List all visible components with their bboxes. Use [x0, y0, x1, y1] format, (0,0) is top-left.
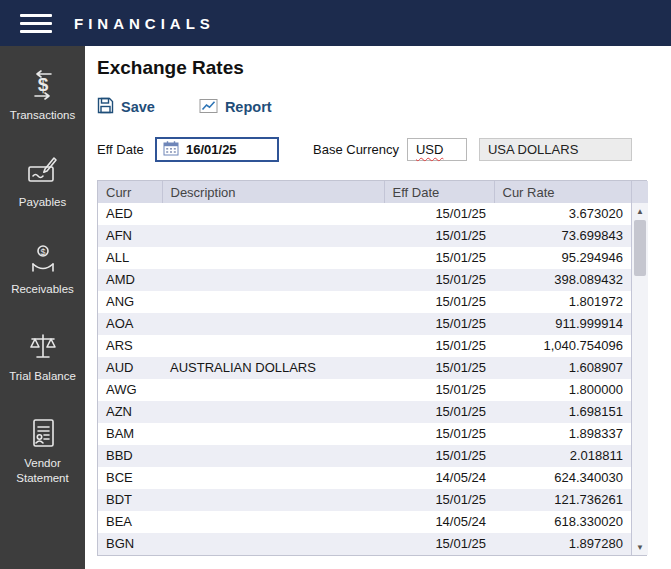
cell-desc — [162, 225, 384, 247]
balance-scale-icon — [26, 327, 60, 365]
cell-desc — [162, 247, 384, 269]
cell-rate: 1,040.754096 — [494, 335, 631, 357]
cell-desc — [162, 445, 384, 467]
table-row[interactable]: AZN15/01/251.698151 — [98, 401, 631, 423]
cell-curr: AED — [98, 203, 162, 225]
column-header-curr[interactable]: Curr — [98, 181, 162, 203]
cell-curr: ARS — [98, 335, 162, 357]
scrollbar-thumb[interactable] — [634, 220, 646, 276]
cell-curr: AOA — [98, 313, 162, 335]
svg-text:$: $ — [40, 247, 45, 257]
table-row[interactable]: BEA14/05/24618.330020 — [98, 511, 631, 533]
cell-rate: 1.800000 — [494, 379, 631, 401]
sidebar-item-label: Transactions — [7, 108, 78, 123]
cell-desc — [162, 335, 384, 357]
cell-curr: BGN — [98, 533, 162, 555]
cell-curr: AUD — [98, 357, 162, 379]
base-currency-input[interactable]: USD — [407, 138, 467, 161]
table-row[interactable]: AWG15/01/251.800000 — [98, 379, 631, 401]
cell-rate: 1.801972 — [494, 291, 631, 313]
table-row[interactable]: AOA15/01/25911.999914 — [98, 313, 631, 335]
calendar-icon[interactable] — [163, 140, 179, 159]
sidebar-item-receivables[interactable]: $ Receivables — [0, 240, 85, 297]
table-row[interactable]: ANG15/01/251.801972 — [98, 291, 631, 313]
base-currency-value: USD — [416, 142, 443, 157]
cell-date: 15/01/25 — [384, 335, 494, 357]
cell-desc — [162, 269, 384, 291]
sidebar-item-label: Vendor Statement — [0, 456, 85, 486]
dollar-transfer-icon: $ — [26, 66, 60, 104]
cell-desc — [162, 423, 384, 445]
table-row[interactable]: BAM15/01/251.898337 — [98, 423, 631, 445]
sidebar-item-vendor-statement[interactable]: Vendor Statement — [0, 414, 85, 486]
cell-date: 15/01/25 — [384, 203, 494, 225]
cell-curr: ANG — [98, 291, 162, 313]
table-row[interactable]: BDT15/01/25121.736261 — [98, 489, 631, 511]
save-button[interactable]: Save — [97, 97, 155, 117]
cell-curr: AFN — [98, 225, 162, 247]
main-content: Exchange Rates Save — [85, 46, 671, 569]
table-row[interactable]: AUDAUSTRALIAN DOLLARS15/01/251.608907 — [98, 357, 631, 379]
cell-curr: BCE — [98, 467, 162, 489]
hamburger-menu-icon[interactable] — [20, 9, 52, 38]
scroll-up-button[interactable]: ▲ — [632, 203, 648, 219]
report-button[interactable]: Report — [199, 98, 272, 117]
column-header-eff-date[interactable]: Eff Date — [384, 181, 494, 203]
cell-date: 15/01/25 — [384, 269, 494, 291]
table-row[interactable]: BCE14/05/24624.340030 — [98, 467, 631, 489]
cell-date: 15/01/25 — [384, 357, 494, 379]
cell-date: 15/01/25 — [384, 533, 494, 555]
report-label: Report — [225, 99, 272, 115]
scroll-down-button[interactable]: ▼ — [632, 539, 648, 555]
table-row[interactable]: BBD15/01/252.018811 — [98, 445, 631, 467]
cell-date: 15/01/25 — [384, 379, 494, 401]
cell-date: 15/01/25 — [384, 423, 494, 445]
cell-rate: 1.897280 — [494, 533, 631, 555]
table-row[interactable]: AED15/01/253.673020 — [98, 203, 631, 225]
table-row[interactable]: ALL15/01/2595.294946 — [98, 247, 631, 269]
scrollbar-track[interactable] — [632, 219, 648, 539]
cell-desc — [162, 313, 384, 335]
base-currency-name-field: USA DOLLARS — [479, 138, 632, 161]
filter-form: Eff Date 16/01/25 — [97, 136, 671, 162]
app-window: FINANCIALS $ Transactions — [0, 0, 671, 569]
eff-date-value: 16/01/25 — [186, 142, 237, 157]
cell-desc: AUSTRALIAN DOLLARS — [162, 357, 384, 379]
table-row[interactable]: BGN15/01/251.897280 — [98, 533, 631, 555]
cell-rate: 2.018811 — [494, 445, 631, 467]
table-row[interactable]: AFN15/01/2573.699843 — [98, 225, 631, 247]
top-bar: FINANCIALS — [0, 0, 671, 46]
cell-curr: BBD — [98, 445, 162, 467]
sidebar-item-payables[interactable]: Payables — [0, 153, 85, 210]
cell-date: 15/01/25 — [384, 445, 494, 467]
cell-desc — [162, 401, 384, 423]
table-row[interactable]: AMD15/01/25398.089432 — [98, 269, 631, 291]
cell-rate: 398.089432 — [494, 269, 631, 291]
cell-date: 15/01/25 — [384, 489, 494, 511]
sidebar-item-transactions[interactable]: $ Transactions — [0, 66, 85, 123]
eff-date-input[interactable]: 16/01/25 — [155, 137, 279, 162]
sidebar-item-label: Payables — [16, 195, 69, 210]
cell-rate: 1.698151 — [494, 401, 631, 423]
toolbar: Save Report — [97, 94, 671, 120]
app-title: FINANCIALS — [74, 15, 215, 32]
cell-curr: BEA — [98, 511, 162, 533]
cheque-pen-icon — [26, 153, 60, 191]
column-header-description[interactable]: Description — [162, 181, 384, 203]
table-row[interactable]: ARS15/01/251,040.754096 — [98, 335, 631, 357]
cell-desc — [162, 291, 384, 313]
cell-curr: ALL — [98, 247, 162, 269]
sidebar-item-trial-balance[interactable]: Trial Balance — [0, 327, 85, 384]
sidebar-item-label: Trial Balance — [6, 369, 79, 384]
cell-curr: AMD — [98, 269, 162, 291]
page-title: Exchange Rates — [97, 54, 671, 82]
cell-rate: 73.699843 — [494, 225, 631, 247]
cell-date: 15/01/25 — [384, 313, 494, 335]
vendor-document-icon — [26, 414, 60, 452]
cell-rate: 1.608907 — [494, 357, 631, 379]
cell-desc — [162, 379, 384, 401]
report-chart-icon — [199, 98, 218, 117]
column-header-cur-rate[interactable]: Cur Rate — [494, 181, 631, 203]
cell-rate: 1.898337 — [494, 423, 631, 445]
cell-date: 15/01/25 — [384, 225, 494, 247]
